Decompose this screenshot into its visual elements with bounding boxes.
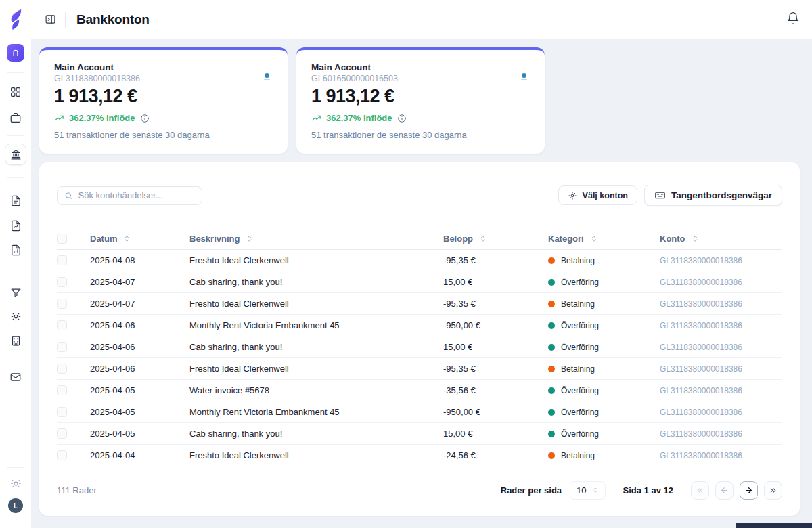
flame-logo-icon [5, 8, 26, 31]
category-dot [548, 452, 555, 459]
cell-account[interactable]: GL3118380000018386 [660, 451, 782, 460]
sidebar-item-bank-accounts-active[interactable] [0, 144, 31, 165]
cell-amount: -95,35 € [443, 255, 548, 265]
select-all-checkbox[interactable] [57, 234, 67, 244]
category-dot [548, 322, 555, 329]
sidebar-item-statements[interactable] [0, 244, 31, 256]
notifications-button[interactable] [786, 12, 800, 25]
app-logo[interactable] [0, 8, 31, 31]
sidebar-toggle-button[interactable] [42, 12, 58, 28]
account-balance: 1 913,12 € [311, 86, 530, 107]
chevron-up-down-icon [592, 487, 599, 493]
account-card[interactable]: Main Account GL3118380000018386 1 913,12… [39, 47, 288, 154]
keyboard-icon [654, 190, 666, 201]
info-icon[interactable] [397, 114, 407, 123]
sidebar-item-business[interactable] [0, 112, 31, 124]
transactions-table: Datum Beskrivning Belopp Kategori Konto [57, 228, 782, 466]
trend-text: 362.37% inflöde [69, 113, 135, 123]
marker-icon[interactable] [264, 73, 270, 80]
column-header-belopp[interactable]: Belopp [443, 234, 548, 244]
table-row[interactable]: 2025-04-05 Cab sharing, thank you! 15,00… [57, 423, 782, 445]
table-header-row: Datum Beskrivning Belopp Kategori Konto [57, 228, 782, 250]
theme-toggle-button[interactable] [0, 478, 31, 489]
cell-amount: -95,35 € [443, 364, 548, 374]
table-row[interactable]: 2025-04-06 Freshto Ideal Clerkenwell -95… [57, 358, 782, 380]
bottom-right-bar [736, 523, 812, 528]
category-label: Överföring [561, 386, 599, 395]
table-row[interactable]: 2025-04-08 Freshto Ideal Clerkenwell -95… [57, 250, 782, 271]
next-page-button[interactable] [740, 481, 758, 500]
account-card[interactable]: Main Account GL6016500000016503 1 913,12… [296, 47, 545, 154]
category-dot [548, 257, 555, 264]
sidebar-item-dashboard[interactable] [0, 86, 31, 98]
page-title: Bankkonton [76, 12, 150, 27]
cell-account[interactable]: GL3118380000018386 [660, 429, 782, 439]
rows-per-page-select[interactable]: 10 [570, 481, 605, 500]
cell-account[interactable]: GL3118380000018386 [660, 321, 782, 330]
row-checkbox[interactable] [57, 407, 67, 417]
search-input[interactable] [78, 190, 195, 200]
row-checkbox[interactable] [57, 299, 67, 309]
info-icon[interactable] [140, 114, 150, 123]
sidebar-item-mail[interactable] [0, 371, 31, 383]
cell-account[interactable]: GL3118380000018386 [660, 256, 782, 265]
cell-category: Överföring [548, 278, 660, 287]
sidebar-item-reports[interactable] [0, 220, 31, 232]
cell-category: Betalning [548, 299, 660, 309]
cell-date: 2025-04-05 [90, 428, 189, 439]
account-name: Main Account [54, 62, 273, 72]
sidebar-item-documents[interactable] [0, 195, 31, 206]
cell-description: Freshto Ideal Clerkenwell [189, 299, 443, 309]
row-checkbox[interactable] [57, 320, 67, 330]
table-row[interactable]: 2025-04-07 Freshto Ideal Clerkenwell -95… [57, 293, 782, 315]
sidebar-item-settings[interactable] [0, 311, 31, 322]
previous-page-button[interactable] [715, 481, 734, 500]
transactions-body: 2025-04-08 Freshto Ideal Clerkenwell -95… [57, 250, 782, 466]
briefcase-icon [9, 112, 22, 124]
cell-account[interactable]: GL3118380000018386 [660, 364, 782, 374]
cell-account[interactable]: GL3118380000018386 [660, 386, 782, 395]
cell-amount: -35,56 € [443, 385, 548, 395]
table-row[interactable]: 2025-04-05 Water invoice #5678 -35,56 € … [57, 380, 782, 401]
column-header-kategori[interactable]: Kategori [548, 234, 660, 244]
column-header-konto[interactable]: Konto [660, 234, 782, 244]
row-checkbox[interactable] [57, 364, 67, 374]
cell-description: Freshto Ideal Clerkenwell [189, 364, 443, 374]
row-checkbox[interactable] [57, 255, 67, 265]
sidebar-divider [7, 177, 24, 178]
table-row[interactable]: 2025-04-07 Cab sharing, thank you! 15,00… [57, 271, 782, 293]
cell-account[interactable]: GL3118380000018386 [660, 408, 782, 417]
page-info: Sida 1 av 12 [623, 485, 673, 496]
sidebar-item-workspace[interactable] [0, 44, 31, 62]
row-checkbox[interactable] [57, 428, 67, 439]
marker-icon[interactable] [521, 73, 527, 80]
column-header-datum[interactable]: Datum [90, 234, 189, 244]
table-row[interactable]: 2025-04-06 Monthly Rent Victoria Embankm… [57, 315, 782, 336]
row-checkbox[interactable] [57, 450, 67, 460]
cell-account[interactable]: GL3118380000018386 [660, 299, 782, 309]
cell-account[interactable]: GL3118380000018386 [660, 278, 782, 287]
sidebar-item-filters[interactable] [0, 287, 31, 299]
sidebar: L [0, 39, 31, 528]
cell-category: Överföring [548, 386, 660, 395]
row-checkbox[interactable] [57, 385, 67, 395]
search-box[interactable] [57, 186, 202, 205]
last-page-button[interactable] [764, 481, 782, 500]
cell-amount: -950,00 € [443, 320, 548, 330]
keyboard-shortcuts-button[interactable]: Tangentbordsgenvägar [644, 185, 782, 206]
category-label: Överföring [561, 429, 599, 439]
column-header-beskrivning[interactable]: Beskrivning [189, 234, 443, 244]
user-avatar[interactable]: L [0, 498, 31, 513]
table-row[interactable]: 2025-04-06 Cab sharing, thank you! 15,00… [57, 336, 782, 358]
first-page-button[interactable] [691, 481, 709, 500]
sidebar-item-company[interactable] [0, 335, 31, 347]
cell-category: Överföring [548, 321, 660, 330]
row-checkbox[interactable] [57, 277, 67, 287]
select-accounts-button[interactable]: Välj konton [558, 185, 637, 205]
account-subtitle: 51 transaktioner de senaste 30 dagarna [311, 130, 530, 140]
table-row[interactable]: 2025-04-05 Monthly Rent Victoria Embankm… [57, 401, 782, 423]
table-row[interactable]: 2025-04-04 Freshto Ideal Clerkenwell -24… [57, 445, 782, 466]
sun-icon [10, 478, 22, 489]
cell-account[interactable]: GL3118380000018386 [660, 343, 782, 352]
row-checkbox[interactable] [57, 342, 67, 352]
